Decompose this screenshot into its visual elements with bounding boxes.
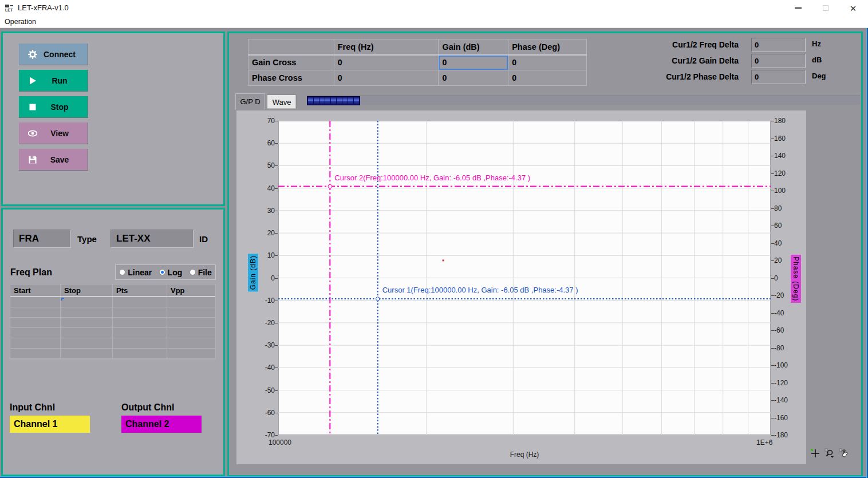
- gain-tick-label: 50: [258, 161, 275, 169]
- type-label: Type: [77, 234, 97, 244]
- tick-mark: [771, 121, 774, 121]
- freq-plan-cell[interactable]: [61, 307, 113, 317]
- gain-cross-phase[interactable]: 0: [508, 55, 587, 70]
- freq-plan-cell[interactable]: [113, 307, 167, 317]
- freq-plan-row[interactable]: [10, 297, 215, 307]
- phase-tick-label: 0: [774, 274, 794, 282]
- phase-tick-label: 60: [774, 222, 794, 230]
- id-label: ID: [199, 234, 208, 244]
- zoom-tool-icon[interactable]: [824, 448, 834, 458]
- gain-delta-field[interactable]: 0: [751, 54, 806, 68]
- freq-plan-cell[interactable]: [61, 318, 113, 327]
- device-type-field[interactable]: FRA: [13, 230, 71, 248]
- tick-mark: [771, 435, 774, 436]
- freq-plan-cell[interactable]: [61, 349, 113, 358]
- freq-plan-cell[interactable]: [113, 328, 167, 338]
- freq-plan-row[interactable]: [10, 328, 215, 338]
- radio-log[interactable]: Log: [159, 268, 183, 277]
- output-channel-selector[interactable]: Channel 2: [121, 416, 202, 433]
- tick-mark: [275, 345, 278, 346]
- tab-wave[interactable]: Wave: [267, 94, 297, 109]
- freq-plan-cell[interactable]: [167, 328, 215, 338]
- freq-plan-cell[interactable]: [167, 318, 215, 327]
- cursor-2-label[interactable]: Cursor 2(Freq:100000.00 Hz, Gain: -6.05 …: [334, 173, 530, 182]
- pan-tool-icon[interactable]: [839, 448, 849, 458]
- freq-plan-row[interactable]: [10, 338, 215, 349]
- tab-gpd[interactable]: G/P D: [235, 93, 265, 109]
- progress-segment: [308, 97, 313, 104]
- gain-cross-row: Gain Cross 0 0 0: [248, 55, 587, 70]
- toolbar-panel: Connect Run Stop View Save: [1, 31, 225, 206]
- radio-log-label: Log: [168, 268, 183, 277]
- menu-item-operation[interactable]: Operation: [5, 18, 36, 26]
- phase-cross-freq[interactable]: 0: [334, 70, 439, 86]
- gain-delta-unit: dB: [812, 56, 822, 64]
- minimize-button[interactable]: [787, 0, 810, 16]
- freq-plan-row[interactable]: [10, 307, 215, 318]
- col-vpp: Vpp: [167, 285, 215, 296]
- tick-mark: [771, 278, 774, 279]
- freq-plan-cell[interactable]: [61, 297, 113, 307]
- phase-cross-phase[interactable]: 0: [508, 70, 587, 86]
- freq-plan-cell[interactable]: [113, 349, 167, 358]
- progress-segment: [314, 97, 319, 104]
- radio-log-dot: [159, 269, 165, 275]
- freq-plan-cell[interactable]: [10, 297, 61, 307]
- sweep-mode-radios: Linear Log File: [115, 264, 216, 280]
- close-button[interactable]: ×: [842, 0, 865, 16]
- freq-plan-cell[interactable]: [10, 307, 61, 317]
- radio-file[interactable]: File: [190, 268, 212, 277]
- gain-tick-label: -10: [258, 297, 275, 305]
- crosshair-tool-icon[interactable]: [810, 448, 820, 458]
- freq-plan-cell[interactable]: [113, 338, 167, 348]
- freq-plan-table[interactable]: Start Stop Pts Vpp: [10, 284, 216, 360]
- progress-segment: [325, 97, 330, 104]
- freq-plan-row[interactable]: [10, 318, 215, 328]
- radio-linear-label: Linear: [128, 268, 152, 277]
- view-button[interactable]: View: [19, 123, 88, 144]
- phase-cross-gain[interactable]: 0: [439, 70, 508, 86]
- gain-tick-label: -50: [258, 386, 275, 394]
- gain-cross-freq[interactable]: 0: [334, 55, 439, 70]
- cross-col-phase: Phase (Deg): [508, 39, 587, 55]
- bode-chart[interactable]: Gain (dB) Phase (Deg) 100000 1E+6 Freq (…: [236, 110, 806, 464]
- freq-delta-label: Cur1/2 Freq Delta: [672, 40, 739, 49]
- cursor-1-label[interactable]: Cursor 1(Freq:100000.00 Hz, Gain: -6.05 …: [382, 286, 578, 294]
- maximize-button[interactable]: [814, 0, 837, 16]
- phase-delta-field[interactable]: 0: [751, 70, 806, 84]
- device-id-field[interactable]: LET-XX: [111, 230, 194, 248]
- freq-plan-row[interactable]: [10, 349, 215, 359]
- tick-mark: [275, 278, 278, 279]
- save-button-label: Save: [37, 155, 82, 164]
- cross-col-blank: [248, 39, 334, 55]
- tick-mark: [771, 260, 774, 261]
- progress-segment: [319, 97, 325, 104]
- tick-mark: [275, 368, 278, 368]
- freq-plan-cell[interactable]: [10, 318, 61, 327]
- freq-delta-field[interactable]: 0: [751, 38, 806, 52]
- freq-plan-cell[interactable]: [167, 349, 215, 358]
- freq-plan-cell[interactable]: [113, 297, 167, 307]
- stop-button[interactable]: Stop: [19, 96, 88, 118]
- freq-plan-cell[interactable]: [61, 328, 113, 338]
- tick-mark: [771, 243, 774, 244]
- connect-button[interactable]: Connect: [19, 44, 88, 65]
- freq-plan-cell[interactable]: [61, 338, 113, 348]
- gain-cross-gain[interactable]: 0: [439, 55, 508, 70]
- freq-delta-row: Cur1/2 Freq Delta 0 Hz: [654, 38, 860, 53]
- gain-tick-label: 40: [258, 184, 275, 192]
- input-channel-selector[interactable]: Channel 1: [10, 416, 90, 433]
- freq-plan-cell[interactable]: [10, 349, 61, 358]
- radio-linear[interactable]: Linear: [119, 268, 152, 277]
- tick-mark: [771, 208, 774, 209]
- connect-button-label: Connect: [37, 50, 82, 59]
- freq-plan-cell[interactable]: [167, 338, 215, 348]
- freq-plan-cell[interactable]: [10, 328, 61, 338]
- freq-plan-cell[interactable]: [113, 318, 167, 327]
- run-button[interactable]: Run: [19, 70, 88, 92]
- phase-tick-label: 160: [774, 135, 794, 143]
- save-button[interactable]: Save: [19, 149, 88, 171]
- freq-plan-cell[interactable]: [167, 307, 215, 317]
- freq-plan-cell[interactable]: [10, 338, 61, 348]
- freq-plan-cell[interactable]: [167, 297, 215, 307]
